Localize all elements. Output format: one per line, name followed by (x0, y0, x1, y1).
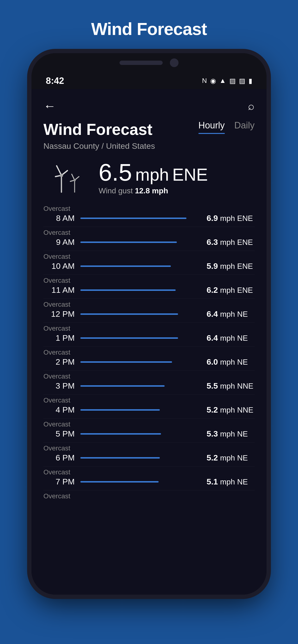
hour-speed: 6.3 mph ENE (207, 238, 255, 247)
hour-row: 12 PM6.4 mph NE (43, 309, 255, 319)
hour-time: 8 AM (43, 214, 75, 223)
hour-row: 10 AM5.9 mph ENE (43, 262, 255, 271)
list-item: Overcast (43, 492, 255, 500)
wind-bar-container (80, 481, 201, 482)
hour-condition: Overcast (43, 301, 255, 308)
list-item: Overcast1 PM6.4 mph NE (43, 325, 255, 347)
hour-speed: 5.2 mph NNE (207, 405, 255, 414)
app-header: ← ⌕ (32, 89, 266, 118)
hour-speed: 5.3 mph NE (207, 429, 255, 438)
wind-bar-container (80, 242, 201, 243)
list-item: Overcast12 PM6.4 mph NE (43, 301, 255, 323)
hourly-list[interactable]: Overcast8 AM6.9 mph ENEOvercast9 AM6.3 m… (32, 205, 266, 595)
hour-row: 7 PM5.1 mph NE (43, 477, 255, 486)
wind-bar-container (80, 385, 201, 387)
divider (43, 227, 255, 227)
hour-speed: 6.9 mph ENE (207, 214, 255, 223)
hour-time: 1 PM (43, 333, 75, 342)
status-time: 8:42 (46, 76, 64, 86)
svg-point-4 (60, 174, 63, 177)
divider (43, 274, 255, 275)
hour-row: 5 PM5.3 mph NE (43, 429, 255, 438)
wind-bar-container (80, 457, 201, 458)
divider (43, 466, 255, 466)
divider (43, 442, 255, 442)
current-unit: mph (135, 165, 169, 184)
hour-speed: 6.0 mph NE (207, 357, 255, 366)
hour-time: 5 PM (43, 429, 75, 438)
nfc-icon: N (202, 77, 207, 84)
hour-row: 6 PM5.2 mph NE (43, 453, 255, 462)
back-button[interactable]: ← (43, 99, 56, 113)
divider (43, 322, 255, 323)
wind-bar (80, 314, 178, 315)
divider (43, 370, 255, 371)
tab-hourly[interactable]: Hourly (198, 120, 225, 134)
wind-bar (80, 481, 159, 482)
hour-condition: Overcast (43, 348, 255, 356)
search-button[interactable]: ⌕ (248, 100, 255, 112)
hour-condition: Overcast (43, 444, 255, 452)
hour-time: 10 AM (43, 262, 75, 271)
list-item: Overcast2 PM6.0 mph NE (43, 348, 255, 371)
hour-condition: Overcast (43, 325, 255, 332)
title-section: Wind Forecast Hourly Daily (32, 118, 266, 138)
phone-speaker (119, 60, 163, 65)
status-icons: N ◉ ▲ ▨ ▨ ▮ (202, 77, 252, 85)
gust-value: 12.8 mph (135, 186, 168, 195)
hour-condition: Overcast (43, 372, 255, 380)
hour-time: 7 PM (43, 477, 75, 486)
phone-frame: 8:42 N ◉ ▲ ▨ ▨ ▮ ← ⌕ Wind Forecast Hourl… (32, 53, 266, 595)
current-wind-section: 6.5 mph ENE Wind gust 12.8 mph (32, 151, 266, 205)
status-bar: 8:42 N ◉ ▲ ▨ ▨ ▮ (32, 72, 266, 89)
wind-gust: Wind gust 12.8 mph (99, 186, 208, 195)
hour-speed: 5.1 mph NE (207, 477, 255, 486)
hour-condition: Overcast (43, 420, 255, 428)
divider (43, 346, 255, 347)
hour-time: 6 PM (43, 453, 75, 462)
hour-row: 4 PM5.2 mph NNE (43, 405, 255, 414)
page-title: Wind Forecast (91, 19, 207, 39)
signal-icon-2: ▨ (239, 77, 245, 85)
hour-speed: 5.5 mph NNE (207, 381, 255, 390)
divider (43, 298, 255, 299)
divider (43, 394, 255, 394)
list-item: Overcast8 AM6.9 mph ENE (43, 205, 255, 227)
hour-condition: Overcast (43, 492, 255, 500)
current-speed-info: 6.5 mph ENE Wind gust 12.8 mph (99, 160, 208, 195)
tabs-container: Hourly Daily (198, 120, 255, 136)
hour-row: 3 PM5.5 mph NNE (43, 381, 255, 390)
wind-bar (80, 433, 161, 434)
hour-time: 9 AM (43, 238, 75, 247)
wind-bar (80, 242, 177, 243)
hour-time: 12 PM (43, 309, 75, 319)
svg-point-9 (73, 179, 76, 181)
hour-row: 8 AM6.9 mph ENE (43, 214, 255, 223)
hour-condition: Overcast (43, 277, 255, 284)
divider (43, 418, 255, 418)
wind-bar (80, 290, 176, 291)
location-icon: ◉ (210, 77, 216, 85)
list-item: Overcast10 AM5.9 mph ENE (43, 253, 255, 275)
hour-row: 9 AM6.3 mph ENE (43, 238, 255, 247)
wind-bar-container (80, 361, 201, 363)
hour-speed: 5.2 mph NE (207, 453, 255, 462)
wind-bar-container (80, 266, 201, 267)
wind-bar-container (80, 290, 201, 291)
wind-bar-container (80, 337, 201, 339)
battery-icon: ▮ (249, 77, 252, 85)
tab-daily[interactable]: Daily (234, 120, 255, 134)
wind-turbine-icon (43, 162, 91, 193)
list-item: Overcast6 PM5.2 mph NE (43, 444, 255, 466)
list-item: Overcast7 PM5.1 mph NE (43, 468, 255, 490)
hour-condition: Overcast (43, 205, 255, 212)
hour-speed: 6.4 mph NE (207, 309, 255, 319)
hour-row: 2 PM6.0 mph NE (43, 357, 255, 366)
phone-camera (170, 58, 179, 67)
wind-bar-container (80, 409, 201, 411)
list-item: Overcast11 AM6.2 mph ENE (43, 277, 255, 299)
hour-condition: Overcast (43, 253, 255, 260)
list-item: Overcast5 PM5.3 mph NE (43, 420, 255, 442)
hour-time: 3 PM (43, 381, 75, 390)
hour-time: 11 AM (43, 285, 75, 295)
